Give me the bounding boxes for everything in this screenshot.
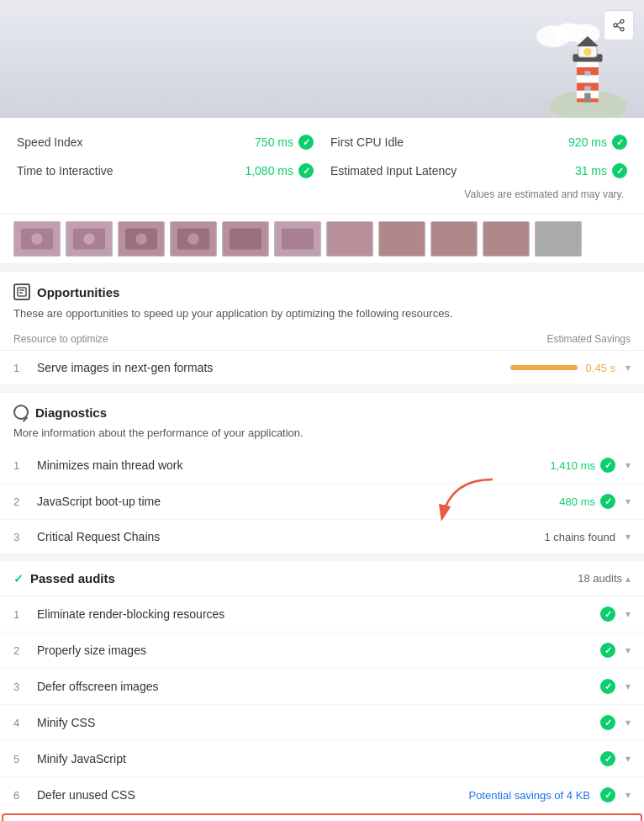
passed-label-4: Minify CSS [37, 716, 590, 729]
tti-value-group: 1,080 ms [245, 163, 314, 178]
header-area [0, 0, 644, 118]
passed-num-6: 6 [13, 789, 27, 802]
filmstrip-thumb-10 [483, 221, 530, 257]
input-latency-row: Estimated Input Latency 31 ms [330, 160, 627, 182]
opportunity-chevron-1[interactable]: ▾ [626, 362, 631, 373]
passed-label-3: Defer offscreen images [37, 680, 590, 693]
passed-num-2: 2 [13, 644, 27, 657]
svg-rect-39 [483, 222, 528, 256]
svg-point-0 [620, 19, 624, 23]
passed-savings-6: Potential savings of 4 KB [468, 789, 590, 802]
svg-rect-36 [327, 222, 372, 256]
passed-check-3 [600, 679, 615, 694]
diagnostic-check-2 [600, 494, 615, 509]
tti-value: 1,080 ms [245, 164, 293, 177]
opportunity-row-1[interactable]: 1 Serve images in next-gen formats 0.45 … [0, 351, 644, 385]
svg-rect-17 [584, 93, 590, 102]
diagnostic-num-2: 2 [13, 495, 27, 508]
diagnostics-icon [13, 405, 29, 420]
arrow-annotation-2 [434, 475, 501, 526]
opportunity-label-1: Serve images in next-gen formats [37, 361, 500, 374]
passed-chevron-3[interactable]: ▾ [626, 681, 631, 692]
diagnostic-chevron-1[interactable]: ▾ [626, 459, 631, 471]
filmstrip-thumb-7 [326, 221, 373, 257]
diagnostic-row-2[interactable]: 2 JavaScript boot-up time 480 ms ▾ [0, 484, 644, 520]
passed-label-6: Defer unused CSS [37, 788, 458, 802]
tti-row: Time to Interactive 1,080 ms [17, 160, 314, 182]
diagnostic-chevron-2[interactable]: ▾ [626, 495, 631, 507]
passed-audits-title: Passed audits [30, 571, 115, 585]
passed-row-5[interactable]: 5 Minify JavaScript ▾ [0, 741, 644, 777]
passed-audits-header[interactable]: ✓ Passed audits 18 audits ▴ [0, 561, 644, 596]
passed-audits-section: ✓ Passed audits 18 audits ▴ 1 Eliminate … [0, 561, 644, 821]
first-cpu-idle-check [612, 135, 627, 150]
svg-rect-41 [18, 288, 26, 296]
tti-label: Time to Interactive [17, 164, 113, 177]
passed-chevron-4[interactable]: ▾ [626, 717, 631, 728]
opportunities-section: Opportunities These are opportunities to… [0, 271, 644, 385]
passed-row-7[interactable]: 7 Efficiently encode images ▾ [2, 813, 642, 821]
diagnostic-row-1[interactable]: 1 Minimizes main thread work 1,410 ms ▾ [0, 448, 644, 484]
filmstrip-thumb-8 [378, 221, 425, 257]
diagnostic-label-3: Critical Request Chains [37, 530, 534, 543]
speed-index-row: Speed Index 750 ms [17, 131, 314, 153]
first-cpu-idle-label: First CPU Idle [330, 135, 404, 149]
passed-row-2[interactable]: 2 Properly size images ▾ [0, 633, 644, 669]
savings-bar-1 [510, 365, 578, 370]
svg-rect-33 [230, 229, 261, 250]
passed-audits-header-left: ✓ Passed audits [13, 571, 115, 585]
diagnostic-check-1 [600, 458, 615, 473]
filmstrip [0, 215, 644, 264]
filmstrip-thumb-1 [13, 221, 61, 257]
svg-point-15 [583, 48, 591, 56]
passed-num-4: 4 [13, 717, 27, 729]
passed-chevron-6[interactable]: ▾ [626, 789, 631, 801]
opportunity-savings-1: 0.45 s [586, 362, 615, 374]
filmstrip-thumb-9 [430, 221, 478, 257]
passed-chevron-5[interactable]: ▾ [626, 753, 631, 765]
diagnostic-value-2: 480 ms [559, 494, 615, 509]
passed-row-6[interactable]: 6 Defer unused CSS Potential savings of … [0, 777, 644, 813]
passed-audits-chevron[interactable]: ▴ [626, 573, 631, 585]
passed-num-1: 1 [13, 608, 27, 621]
diagnostic-chevron-3[interactable]: ▾ [626, 531, 631, 543]
input-latency-check [612, 163, 627, 178]
share-button[interactable] [604, 10, 634, 40]
first-cpu-idle-value-group: 920 ms [568, 135, 627, 150]
diagnostics-title: Diagnostics [35, 405, 107, 420]
diagnostic-label-1: Minimizes main thread work [37, 458, 541, 472]
passed-audits-count: 18 audits [578, 572, 622, 585]
opportunities-icon [13, 283, 30, 300]
passed-label-2: Properly size images [37, 644, 590, 657]
diagnostic-num-3: 3 [13, 531, 27, 543]
passed-row-3[interactable]: 3 Defer offscreen images ▾ [0, 669, 644, 705]
diagnostic-ms-1: 1,410 ms [551, 459, 595, 472]
diagnostic-row-3[interactable]: 3 Critical Request Chains 1 chains found… [0, 520, 644, 554]
first-cpu-idle-value: 920 ms [568, 135, 607, 149]
svg-rect-38 [431, 222, 476, 256]
input-latency-value: 31 ms [575, 164, 607, 177]
filmstrip-thumb-3 [118, 221, 165, 257]
opportunity-value-1: 0.45 s [510, 362, 615, 374]
opportunities-header: Opportunities [0, 272, 644, 305]
passed-row-1[interactable]: 1 Eliminate render-blocking resources ▾ [0, 596, 644, 633]
diagnostics-desc: More information about the performance o… [0, 425, 644, 448]
passed-check-4 [600, 715, 615, 730]
svg-point-22 [31, 233, 42, 244]
svg-line-3 [617, 26, 621, 29]
passed-label-5: Minify JavaScript [37, 752, 590, 765]
diagnostic-num-1: 1 [13, 459, 27, 472]
passed-check-5 [600, 751, 615, 766]
passed-audits-count-group: 18 audits ▴ [578, 572, 631, 585]
passed-row-4[interactable]: 4 Minify CSS ▾ [0, 705, 644, 741]
passed-chevron-2[interactable]: ▾ [626, 644, 631, 656]
filmstrip-thumb-6 [274, 221, 321, 257]
input-latency-label: Estimated Input Latency [330, 164, 457, 177]
diagnostics-header: Diagnostics [0, 393, 644, 425]
filmstrip-thumb-11 [535, 221, 582, 257]
filmstrip-thumb-2 [66, 221, 113, 257]
svg-point-25 [83, 233, 94, 244]
metrics-disclaimer: Values are estimated and may vary. [17, 188, 627, 200]
passed-num-5: 5 [13, 753, 27, 765]
passed-chevron-1[interactable]: ▾ [626, 608, 631, 620]
